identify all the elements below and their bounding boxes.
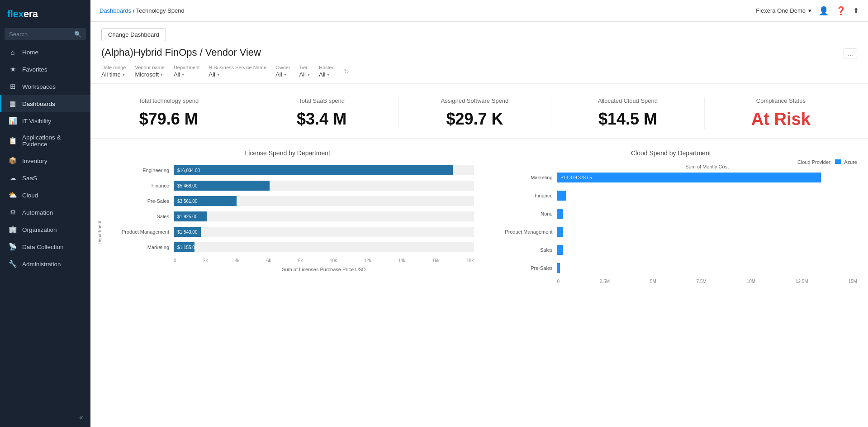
change-dashboard-button[interactable]: Change Dashboard bbox=[101, 28, 166, 41]
sidebar-item-inventory[interactable]: 📦 Inventory bbox=[0, 152, 90, 169]
license-bar-fill: $1,540.00 bbox=[174, 227, 201, 237]
cloud-bar-track: $13,379,378.05 bbox=[557, 173, 858, 182]
filter-spinner-icon: ↻ bbox=[344, 68, 349, 75]
workspaces-icon: ⊞ bbox=[9, 82, 17, 91]
kpi-value: $79.6 M bbox=[101, 110, 236, 129]
filter-value[interactable]: All ▾ bbox=[209, 71, 266, 78]
license-x-tick: 0 bbox=[174, 258, 176, 263]
cloud-bar-row: Pre-Sales bbox=[498, 262, 858, 274]
filter-value[interactable]: All ▾ bbox=[174, 71, 199, 78]
dashboards-icon: ▦ bbox=[9, 100, 17, 108]
sidebar-item-label: Automation bbox=[22, 209, 53, 216]
license-bar-row: Finance $5,468.00 bbox=[115, 179, 474, 192]
kpi-value: At Risk bbox=[714, 110, 848, 129]
cloud-bar-fill bbox=[557, 209, 563, 219]
sidebar-item-administration[interactable]: 🔧 Administration bbox=[0, 255, 90, 273]
breadcrumb: Dashboards / Technology Spend bbox=[100, 7, 185, 14]
license-bar-row: Product Management $1,540.00 bbox=[115, 225, 474, 238]
breadcrumb-separator: / bbox=[133, 7, 136, 14]
search-icon: 🔍 bbox=[74, 31, 81, 38]
license-bar-value: $1,925.00 bbox=[177, 214, 198, 219]
azure-legend-color bbox=[835, 159, 841, 164]
filter-value[interactable]: All ▾ bbox=[319, 71, 335, 78]
license-bar-track: $3,561.00 bbox=[174, 196, 474, 206]
cloud-bar-track bbox=[557, 263, 858, 273]
sidebar-item-dashboards[interactable]: ▦ Dashboards bbox=[0, 95, 90, 112]
filter-h-business-service-name[interactable]: H Business Service Name All ▾ bbox=[209, 65, 266, 78]
sidebar-item-cloud[interactable]: ⛅ Cloud bbox=[0, 187, 90, 204]
sidebar-item-label: Applications & Evidence bbox=[22, 134, 83, 148]
cloud-chart: Cloud Spend by Department Sum of Montly … bbox=[485, 149, 858, 284]
more-options-button[interactable]: ... bbox=[844, 48, 857, 58]
sidebar-item-favorites[interactable]: ★ Favorites bbox=[0, 61, 90, 78]
filter-value[interactable]: All ▾ bbox=[275, 71, 290, 78]
filter-tier[interactable]: Tier All ▾ bbox=[299, 65, 310, 78]
logo-text: flexera bbox=[7, 8, 38, 20]
filter-value[interactable]: All time ▾ bbox=[101, 71, 126, 78]
license-bar-chart: Engineering $16,034.00 Finance $5,468.00… bbox=[115, 164, 474, 256]
filter-arrow-icon: ▾ bbox=[308, 72, 310, 77]
sidebar-item-automation[interactable]: ⚙ Automation bbox=[0, 204, 90, 221]
sidebar-item-saas[interactable]: ☁ SaaS bbox=[0, 169, 90, 187]
sidebar-item-label: Dashboards bbox=[22, 101, 55, 107]
license-bar-fill: $1,155.00 bbox=[174, 242, 194, 252]
filter-owner[interactable]: Owner All ▾ bbox=[275, 65, 290, 78]
sidebar-item-label: Data Collection bbox=[22, 244, 64, 250]
sidebar-item-it-visibility[interactable]: 📊 IT Visibility bbox=[0, 112, 90, 130]
filter-vendor-name[interactable]: Vendor name Microsoft ▾ bbox=[135, 65, 164, 78]
license-bar-track: $1,540.00 bbox=[174, 227, 474, 237]
collapse-button[interactable]: « bbox=[0, 408, 90, 427]
cloud-x-tick: 2.5M bbox=[600, 279, 610, 284]
kpi-row: Total technology spend $79.6 M Total Saa… bbox=[90, 84, 868, 139]
sidebar-item-label: Organization bbox=[22, 226, 57, 233]
filter-department[interactable]: Department All ▾ bbox=[174, 65, 199, 78]
license-x-tick: 6k bbox=[266, 258, 271, 263]
sidebar-item-label: Inventory bbox=[22, 158, 47, 164]
kpi-compliance-status: Compliance Status At Risk bbox=[705, 97, 857, 129]
sidebar-item-organization[interactable]: 🏢 Organization bbox=[0, 221, 90, 238]
kpi-assigned-software-spend: Assigned Software Spend $29.7 K bbox=[398, 97, 551, 129]
filter-value[interactable]: All ▾ bbox=[299, 71, 310, 78]
search-input[interactable] bbox=[9, 31, 72, 38]
kpi-value: $14.5 M bbox=[560, 110, 695, 129]
breadcrumb-current: Technology Spend bbox=[136, 7, 185, 14]
search-box[interactable]: 🔍 bbox=[5, 28, 86, 40]
filter-arrow-icon: ▾ bbox=[123, 72, 125, 77]
breadcrumb-link[interactable]: Dashboards bbox=[100, 7, 131, 14]
license-x-axis: 02k4k6k8k10k12k14k16k18k bbox=[174, 258, 474, 263]
cloud-bar-track bbox=[557, 209, 858, 219]
cloud-bar-fill bbox=[557, 263, 560, 273]
license-bar-fill: $3,561.00 bbox=[174, 196, 237, 206]
license-x-tick: 8k bbox=[298, 258, 303, 263]
license-x-tick: 18k bbox=[466, 258, 474, 263]
kpi-label: Total technology spend bbox=[101, 97, 236, 104]
sidebar-item-label: Workspaces bbox=[22, 83, 56, 90]
cloud-bar-row: Finance bbox=[498, 189, 858, 202]
cloud-x-tick: 0 bbox=[557, 279, 560, 284]
filter-date-range[interactable]: Date range All time ▾ bbox=[101, 65, 126, 78]
share-icon[interactable]: ⬆ bbox=[853, 6, 859, 15]
license-x-tick: 10k bbox=[330, 258, 337, 263]
cloud-bar-track bbox=[557, 191, 858, 201]
kpi-total-saas-spend: Total SaaS spend $3.4 M bbox=[245, 97, 398, 129]
user-menu[interactable]: Flexera One Demo ▾ bbox=[756, 7, 811, 14]
filter-hosted[interactable]: Hosted All ▾ bbox=[319, 65, 335, 78]
sidebar-item-workspaces[interactable]: ⊞ Workspaces bbox=[0, 78, 90, 95]
license-bar-track: $1,925.00 bbox=[174, 211, 474, 221]
license-x-tick: 14k bbox=[398, 258, 405, 263]
help-icon[interactable]: ❓ bbox=[836, 6, 846, 16]
sidebar-item-label: Cloud bbox=[22, 192, 38, 199]
license-bar-track: $16,034.00 bbox=[174, 165, 474, 175]
cloud-bar-label: Product Management bbox=[498, 229, 557, 235]
filter-value[interactable]: Microsoft ▾ bbox=[135, 71, 164, 78]
kpi-label: Allocated Cloud Spend bbox=[560, 97, 695, 104]
sidebar-item-label: Favorites bbox=[22, 66, 47, 73]
content-area: Change Dashboard (Alpha)Hybrid FinOps / … bbox=[90, 22, 868, 427]
sidebar-item-applications-evidence[interactable]: 📋 Applications & Evidence bbox=[0, 130, 90, 152]
sidebar-item-home[interactable]: ⌂ Home bbox=[0, 44, 90, 61]
user-account-icon[interactable]: 👤 bbox=[819, 6, 829, 16]
nav-items: ⌂ Home ★ Favorites ⊞ Workspaces ▦ Dashbo… bbox=[0, 44, 90, 408]
sidebar-item-label: SaaS bbox=[22, 175, 37, 182]
license-bar-track: $5,468.00 bbox=[174, 181, 474, 191]
sidebar-item-data-collection[interactable]: 📡 Data Collection bbox=[0, 238, 90, 255]
